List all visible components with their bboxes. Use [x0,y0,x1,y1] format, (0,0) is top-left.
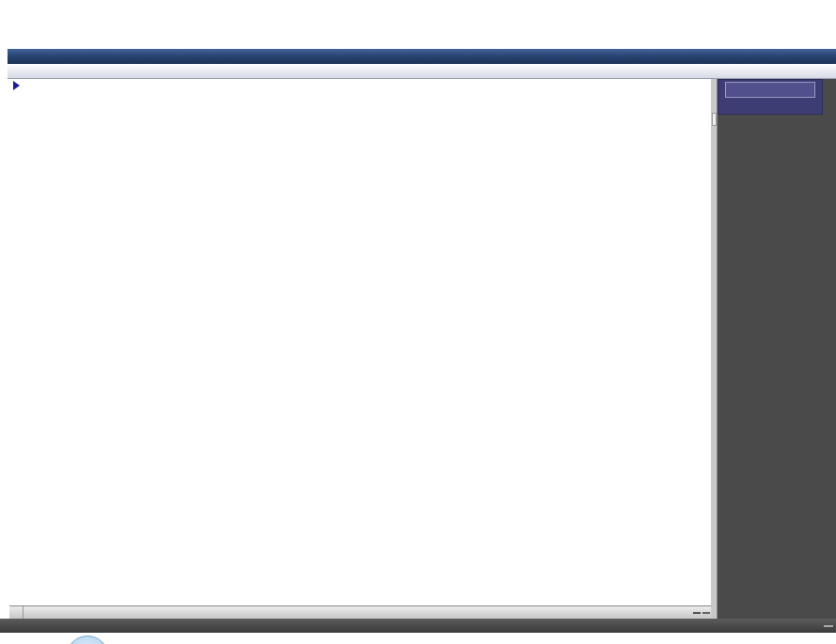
stimulus-info-bar [9,605,711,619]
softkey-sidebar [711,79,836,619]
status-bar [0,619,836,633]
window-titlebar [8,49,836,64]
trace-status-line[interactable] [13,79,32,91]
taskbar-orb-icon[interactable] [66,636,109,644]
vswr-plot [9,79,711,605]
menu-bar [8,64,836,79]
softkey-menu-value [725,82,815,98]
screenshot-stage [0,0,836,644]
alert-indicator [702,612,710,614]
scrollbar-thumb[interactable] [712,113,717,126]
softkey-menu-header [718,79,823,115]
softkey-scrollbar[interactable] [711,79,718,619]
channel-number [9,606,24,619]
off-indicator [693,612,701,614]
datetime-readout [824,625,833,627]
active-trace-arrow-icon [13,81,20,90]
instrument-screen [9,79,711,605]
